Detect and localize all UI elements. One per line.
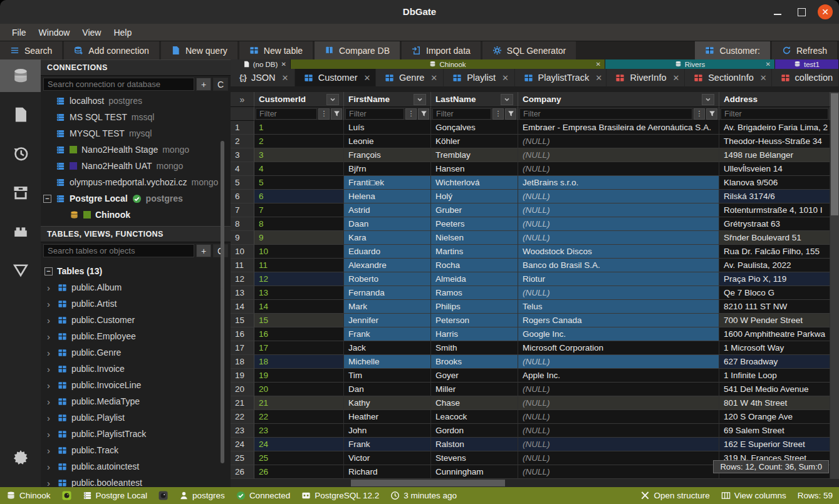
cell-customerid[interactable]: 6 (254, 190, 344, 203)
connection-item[interactable]: localhostpostgres (41, 93, 231, 109)
filter-menu-button[interactable]: ⋮ (405, 108, 417, 120)
chevron-right-icon[interactable]: › (47, 282, 53, 293)
cell-firstname[interactable]: Tim (344, 369, 431, 383)
table-item[interactable]: ›public.PlaylistTrack (41, 426, 231, 442)
cell-customerid[interactable]: 25 (254, 451, 344, 465)
connection-item[interactable]: Chinook (41, 207, 231, 223)
cell-customerid[interactable]: 12 (254, 272, 344, 286)
add-connection-button[interactable]: Add connection (64, 41, 159, 59)
cell-company[interactable]: Banco do Brasil S.A. (518, 259, 719, 272)
row-number[interactable]: 2 (231, 135, 254, 148)
cell-firstname[interactable]: Kara (344, 231, 431, 245)
close-icon[interactable]: ✕ (364, 73, 371, 83)
cell-lastname[interactable]: Cunningham (431, 465, 518, 479)
chevron-right-icon[interactable]: › (47, 478, 53, 488)
table-item[interactable]: ›public.Invoice (41, 361, 231, 377)
cell-lastname[interactable]: Holý (431, 190, 518, 203)
cell-company[interactable]: Apple Inc. (518, 369, 719, 383)
cell-customerid[interactable]: 18 (254, 355, 344, 369)
chevron-right-icon[interactable]: › (47, 347, 53, 358)
chevron-right-icon[interactable]: › (47, 445, 53, 456)
cell-customerid[interactable]: 9 (254, 231, 344, 245)
cell-firstname[interactable]: Astrid (344, 203, 431, 217)
cell-company[interactable]: Microsoft Corporation (518, 341, 719, 355)
column-header-address[interactable]: Address (719, 92, 830, 107)
cell-firstname[interactable]: Michelle (344, 355, 431, 369)
cell-address[interactable]: Av. Brigadeiro Faria Lima, 2 (719, 121, 830, 135)
cell-company[interactable]: (NULL) (518, 135, 719, 148)
cell-firstname[interactable]: Luís (344, 121, 431, 135)
cell-lastname[interactable]: Harris (431, 327, 518, 341)
cell-firstname[interactable]: Fernanda (344, 286, 431, 300)
row-number[interactable]: 13 (231, 286, 254, 300)
row-number[interactable]: 25 (231, 451, 254, 465)
chevron-down-icon[interactable] (702, 94, 714, 105)
table-item[interactable]: ›public.Genre (41, 344, 231, 361)
row-number[interactable]: 4 (231, 162, 254, 176)
cell-company[interactable]: (NULL) (518, 190, 719, 203)
cell-company[interactable]: (NULL) (518, 355, 719, 369)
row-number[interactable]: 16 (231, 327, 254, 341)
cell-lastname[interactable]: Tremblay (431, 148, 518, 162)
connections-scrollbar[interactable] (221, 141, 224, 313)
row-number[interactable]: 22 (231, 410, 254, 424)
status-open-structure[interactable]: Open structure (640, 491, 709, 500)
collapse-expander-icon[interactable]: − (43, 195, 51, 203)
tab-genre[interactable]: Genre✕ (376, 69, 444, 86)
sql-generator-button[interactable]: SQL Generator (482, 41, 576, 59)
status-view-columns[interactable]: View columns (721, 491, 786, 500)
cell-address[interactable]: Rilská 3174/6 (719, 190, 830, 203)
cell-firstname[interactable]: Mark (344, 300, 431, 314)
cell-company[interactable]: Woodstock Discos (518, 245, 719, 259)
row-number[interactable]: 20 (231, 383, 254, 396)
cell-firstname[interactable]: Richard (344, 465, 431, 479)
table-item[interactable]: ›public.Artist (41, 296, 231, 312)
cell-lastname[interactable]: Köhler (431, 135, 518, 148)
menu-item-help[interactable]: Help (108, 26, 137, 39)
tab-riverinfo[interactable]: RiverInfo✕ (607, 69, 685, 86)
cell-address[interactable]: Praça Pio X, 119 (719, 272, 830, 286)
cell-lastname[interactable]: Wichterlová (431, 176, 518, 190)
cell-customerid[interactable]: 4 (254, 162, 344, 176)
cell-address[interactable]: Theodor-Heuss-Straße 34 (719, 135, 830, 148)
cell-customerid[interactable]: 7 (254, 203, 344, 217)
close-icon[interactable]: ✕ (766, 61, 771, 68)
table-item[interactable]: ›public.MediaType (41, 393, 231, 409)
connection-item[interactable]: MYSQL TESTmysql (41, 125, 231, 141)
new-table-button[interactable]: New table (239, 41, 313, 59)
cell-firstname[interactable]: Victor (344, 451, 431, 465)
close-icon[interactable]: ✕ (760, 73, 767, 83)
cell-customerid[interactable]: 24 (254, 438, 344, 451)
sidebar-item-database[interactable] (0, 59, 41, 92)
tab-playlist[interactable]: Playlist✕ (444, 69, 514, 86)
chevron-right-icon[interactable]: › (47, 413, 53, 423)
close-icon[interactable]: ✕ (596, 61, 601, 68)
funnel-icon[interactable] (331, 108, 342, 120)
cell-lastname[interactable]: Rocha (431, 259, 518, 272)
cell-address[interactable]: 162 E Superior Street (719, 438, 830, 451)
cell-firstname[interactable]: Alexandre (344, 259, 431, 272)
row-number[interactable]: 18 (231, 355, 254, 369)
filter-input[interactable]: Filter (721, 108, 828, 120)
chevron-right-icon[interactable]: › (47, 429, 53, 440)
tab-group-test1[interactable]: test1 (775, 59, 838, 69)
tables-plus-button[interactable]: + (196, 244, 211, 257)
cell-address[interactable]: Sřnder Boulevard 51 (719, 231, 830, 245)
row-number[interactable]: 6 (231, 190, 254, 203)
tab-group-nodb[interactable]: (no DB)✕ (231, 59, 290, 69)
cell-lastname[interactable]: Hansen (431, 162, 518, 176)
row-number[interactable]: 9 (231, 231, 254, 245)
maximize-button[interactable] (794, 4, 809, 19)
tab-customer[interactable]: Customer✕ (295, 69, 376, 86)
cell-address[interactable]: 1 Infinite Loop (719, 369, 830, 383)
sidebar-item-file[interactable] (0, 98, 41, 131)
cell-firstname[interactable]: Jack (344, 341, 431, 355)
row-number[interactable]: 24 (231, 438, 254, 451)
row-number[interactable]: 3 (231, 148, 254, 162)
close-icon[interactable]: ✕ (595, 73, 602, 83)
grid-horizontal-scrollbar[interactable] (231, 479, 839, 487)
cell-company[interactable]: (NULL) (518, 231, 719, 245)
table-item[interactable]: ›public.Playlist (41, 409, 231, 426)
cell-firstname[interactable]: Franti□ek (344, 176, 431, 190)
cell-customerid[interactable]: 1 (254, 121, 344, 135)
